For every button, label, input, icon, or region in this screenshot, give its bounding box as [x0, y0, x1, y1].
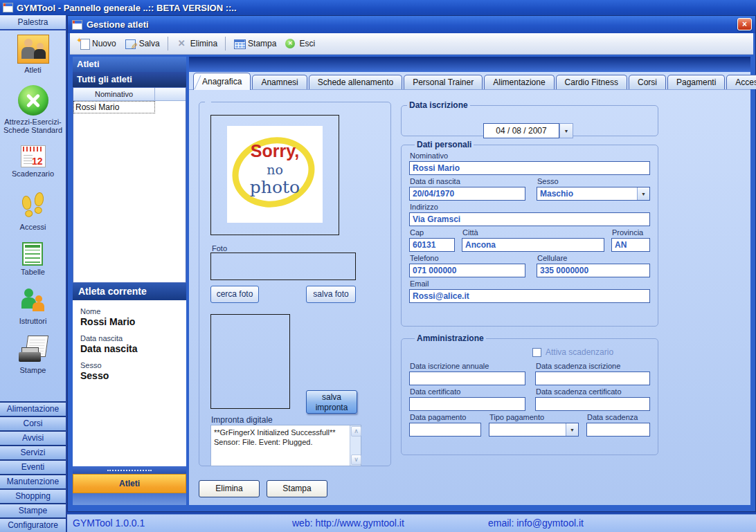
sidebar-tab-servizi[interactable]: Servizi: [0, 445, 66, 459]
tab-schede-allenamento[interactable]: Schede allenamento: [309, 75, 402, 89]
sidebar-tab-manutenzione[interactable]: Manutenzione: [0, 474, 66, 488]
salva-impronta-button[interactable]: salva impronta: [306, 390, 357, 414]
window-icon: [72, 20, 82, 30]
sidebar-tab-avvisi[interactable]: Avvisi: [0, 430, 66, 445]
chevron-down-icon[interactable]: [637, 187, 649, 200]
app-window: GYMTool - Pannello generale ..:: BETA VE…: [0, 0, 756, 532]
data-scadenza-certificato-field[interactable]: [535, 397, 650, 411]
log-line-2: Sensor: File. Event: Plugged.: [214, 437, 348, 447]
athletes-panel: Atleti Tutti gli atleti Nominativo Rossi…: [73, 57, 186, 505]
tab-personal-trainer[interactable]: Personal Trainer: [404, 75, 483, 89]
sidebar-tab-shopping[interactable]: Shopping: [0, 488, 66, 503]
delete-icon: [176, 38, 188, 49]
nominativo-field[interactable]: [409, 161, 650, 175]
data-di-nascita-field[interactable]: [409, 187, 525, 201]
amministrazione-group-label: Amministrazione: [415, 333, 486, 343]
photo-frame: Sorry, no photo: [210, 115, 339, 235]
sidebar-tab-configuratore[interactable]: Configuratore: [0, 517, 66, 532]
salva-foto-button[interactable]: salva foto: [306, 286, 356, 303]
fingerprint-log-text: **GrFingerX Initialized Successfull** Se…: [214, 428, 348, 447]
log-scrollbar[interactable]: [350, 425, 361, 466]
sesso-combo: [537, 187, 650, 201]
foto-label: Foto: [212, 244, 227, 253]
dati-personali-group-label: Dati personali: [415, 140, 474, 149]
cellulare-field-label: Cellulare: [537, 254, 650, 262]
sidebar-item-istruttori[interactable]: Istruttori: [19, 287, 48, 325]
stampa-toolbar-button[interactable]: Stampa: [230, 37, 280, 51]
status-bar: GYMTool 1.0.0.1 web: http://www.gymtool.…: [67, 514, 756, 532]
tab-pagamenti[interactable]: Pagamenti: [667, 75, 725, 89]
current-athlete-info: Nome Rossi Mario Data nascita Data nasci…: [73, 300, 186, 466]
column-header-nominativo[interactable]: Nominativo: [73, 88, 155, 101]
chevron-down-icon[interactable]: [559, 123, 573, 138]
esci-button[interactable]: Esci: [281, 37, 318, 51]
elimina-toolbar-button[interactable]: Elimina: [172, 37, 221, 51]
salva-button[interactable]: Salva: [121, 37, 163, 51]
telefono-field[interactable]: [409, 264, 525, 277]
data-scadenza-label: Data scadenza: [587, 413, 650, 421]
sidebar-item-attrezzi[interactable]: Attrezzi-Esercizi-Schede Standard: [1, 85, 65, 134]
list-item[interactable]: Rossi Mario: [74, 102, 154, 113]
tab-strip: Anagrafica Anamnesi Schede allenamento P…: [189, 72, 750, 89]
provincia-field[interactable]: [611, 238, 650, 252]
status-web-link[interactable]: web: http://www.gymtool.it: [292, 517, 404, 529]
data-scadenza-iscrizione-label: Data scadenza iscrizione: [536, 362, 650, 370]
exit-icon: [285, 38, 296, 49]
sidebar-tab-alimentazione[interactable]: Alimentazione: [0, 401, 66, 416]
sidebar-bottom-tabs: Alimentazione Corsi Avvisi Servizi Event…: [0, 401, 66, 532]
sidebar-item-label: Attrezzi-Esercizi-Schede Standard: [1, 118, 65, 134]
nuovo-button[interactable]: Nuovo: [74, 37, 120, 51]
chevron-down-icon[interactable]: [566, 423, 578, 436]
close-icon[interactable]: ×: [737, 18, 752, 30]
photo-groupbox: Sorry, no photo Foto cerca foto salva fo…: [199, 97, 391, 466]
tab-corsi[interactable]: Corsi: [629, 75, 666, 89]
email-field[interactable]: [409, 289, 650, 303]
calendar-day: 12: [32, 156, 43, 167]
foto-path-box[interactable]: [210, 253, 356, 280]
tab-anamnesi[interactable]: Anamnesi: [252, 75, 307, 89]
sidebar-item-scadenzario[interactable]: 12 Scadenzario: [11, 145, 55, 178]
sesso-field[interactable]: [537, 187, 650, 201]
sesso-field-label: Sesso: [537, 177, 650, 185]
cellulare-field[interactable]: [537, 264, 650, 277]
attiva-scadenzario-checkbox[interactable]: [532, 348, 541, 357]
tab-cardio-fitness[interactable]: Cardio Fitness: [556, 75, 627, 89]
tab-accessi[interactable]: Accessi: [726, 75, 756, 89]
cap-field-label: Cap: [410, 228, 455, 237]
sidebar-item-tabelle[interactable]: Tabelle: [20, 242, 46, 276]
sidebar-tab-stampe[interactable]: Stampe: [0, 503, 66, 517]
sidebar-item-stampe[interactable]: Stampe: [17, 335, 49, 374]
citta-field[interactable]: [462, 238, 604, 252]
sidebar-item-label: Istruttori: [19, 317, 48, 325]
column-header-empty: [155, 88, 186, 101]
gestione-atleti-titlebar: Gestione atleti ×: [68, 16, 755, 33]
new-icon: [78, 38, 89, 49]
data-iscrizione-annuale-field[interactable]: [409, 372, 525, 385]
data-scadenza-field[interactable]: [586, 423, 650, 437]
data-certificato-field[interactable]: [409, 397, 525, 411]
gestione-atleti-window: Gestione atleti × Nuovo Salva Elimina St…: [67, 15, 756, 512]
panel-splitter[interactable]: [73, 466, 186, 474]
data-iscrizione-groupbox: Data iscrizione 04 / 08 / 2007: [401, 100, 658, 136]
tab-anagrafica[interactable]: Anagrafica: [193, 73, 251, 90]
sidebar-item-accessi[interactable]: Accessi: [19, 190, 47, 231]
atleti-panel-button[interactable]: Atleti: [73, 474, 186, 493]
stampa-button[interactable]: Stampa: [267, 480, 327, 497]
sidebar-item-atleti[interactable]: Atleti: [17, 35, 49, 74]
cerca-foto-button[interactable]: cerca foto: [210, 286, 259, 303]
status-email-link[interactable]: email: info@gymtool.it: [488, 517, 584, 529]
calendar-icon: 12: [21, 145, 46, 167]
data-iscrizione-value[interactable]: 04 / 08 / 2007: [483, 123, 559, 138]
sidebar-item-label: Scadenzario: [11, 169, 55, 178]
tab-alimentazione[interactable]: Alimentazione: [484, 75, 554, 89]
sidebar-tab-eventi[interactable]: Eventi: [0, 459, 66, 474]
indirizzo-field[interactable]: [409, 212, 650, 226]
no-photo-text-1: Sorry,: [227, 141, 323, 161]
sidebar-tab-corsi[interactable]: Corsi: [0, 416, 66, 430]
data-pagamento-field[interactable]: [409, 423, 481, 437]
data-scadenza-iscrizione-field[interactable]: [535, 372, 650, 385]
fingerprint-frame: [210, 314, 290, 409]
cap-field[interactable]: [409, 238, 455, 252]
elimina-button[interactable]: Elimina: [199, 480, 260, 497]
attiva-scadenzario-row: Attiva scadenzario: [532, 347, 650, 357]
